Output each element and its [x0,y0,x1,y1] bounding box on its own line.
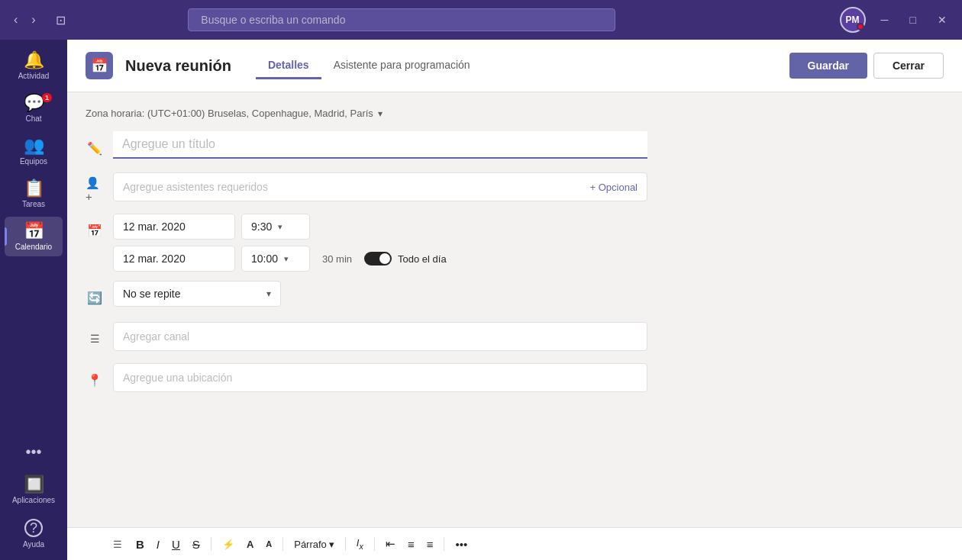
start-time-chevron-icon: ▾ [278,222,282,232]
end-date-field[interactable]: 12 mar. 2020 [113,246,235,272]
title-field [113,131,944,159]
sidebar-label-aplicaciones: Aplicaciones [12,496,55,505]
location-row: 📍 Agregue una ubicación [86,363,944,395]
meeting-tabs: Detalles Asistente para programación [256,53,483,79]
start-date-field[interactable]: 12 mar. 2020 [113,214,235,240]
allday-label: Todo el día [398,253,447,265]
chat-badge: 1 [42,93,52,102]
search-input[interactable] [188,8,615,31]
location-field-wrap: Agregue una ubicación [113,363,944,392]
sidebar-label-actividad: Actividad [18,72,50,81]
toolbar-separator-3 [345,537,346,551]
editor-toolbar: ☰ B I U S ⚡ A A Párrafo ▾ Ix ⇤ ≡ ≡ ••• [67,527,962,560]
end-datetime-row: 12 mar. 2020 10:00 ▾ 30 min Todo el día [113,246,647,272]
indent-less-button[interactable]: ⇤ [381,534,400,554]
window-close-button[interactable]: ✕ [931,11,953,29]
attendees-field-wrap: Agregue asistentes requeridos + Opcional [113,172,944,201]
tasks-icon: 📋 [24,180,44,197]
compose-button[interactable]: ⊡ [50,10,72,31]
strikethrough-button[interactable]: S [188,535,205,554]
maximize-button[interactable]: □ [904,11,922,29]
sidebar-label-chat: Chat [25,114,41,124]
calendar-date-icon: 📅 [86,215,104,246]
meeting-actions: Guardar Cerrar [789,53,944,79]
end-time-field[interactable]: 10:00 ▾ [241,246,310,272]
list-button[interactable]: ≡ [422,535,438,554]
start-time-field[interactable]: 9:30 ▾ [241,214,310,240]
paragraph-dropdown[interactable]: Párrafo ▾ [289,536,339,553]
add-person-icon: 👤+ [86,174,104,204]
timezone-label: Zona horaria: (UTC+01:00) Bruselas, Cope… [86,108,373,119]
toolbar-separator-5 [444,537,444,551]
attendees-input[interactable]: Agregue asistentes requeridos + Opcional [113,172,647,201]
sidebar-label-calendario: Calendario [15,243,52,252]
channel-field-wrap: Agregar canal [113,322,944,351]
avatar-badge [857,23,864,31]
bold-button[interactable]: B [131,535,149,554]
toolbar-separator-1 [211,537,211,551]
duration-label: 30 min [322,253,352,265]
sidebar-label-equipos: Equipos [20,157,47,166]
font-size-button[interactable]: A [242,536,258,553]
align-button[interactable]: ≡ [403,535,419,554]
sidebar-label-tareas: Tareas [22,200,45,209]
sidebar-label-ayuda: Ayuda [23,540,44,549]
sidebar-item-tareas[interactable]: 📋 Tareas [5,174,63,214]
teams-icon: 👥 [24,137,44,154]
font-color-button[interactable]: ⚡ [218,536,239,553]
sidebar-item-ayuda[interactable]: ? Ayuda [5,513,63,554]
repeat-row: 🔄 No se repite ▾ [86,281,944,313]
sidebar-item-calendario[interactable]: 📅 Calendario [5,217,63,256]
attendees-placeholder: Agregue asistentes requeridos [123,181,268,193]
edit-icon: ✏️ [86,133,104,163]
sidebar-item-actividad[interactable]: 🔔 Actividad [5,46,63,85]
activity-icon: 🔔 [24,52,44,69]
clear-format-button[interactable]: Ix [352,534,368,554]
repeat-field-wrap: No se repite ▾ [113,281,944,307]
titlebar-nav: ‹ › [9,10,40,30]
chat-icon: 💬 [24,95,44,111]
minimize-button[interactable]: ─ [875,11,895,29]
avatar[interactable]: PM [840,7,866,33]
start-datetime-row: 12 mar. 2020 9:30 ▾ [113,214,647,240]
title-input[interactable] [113,131,647,159]
optional-link[interactable]: + Opcional [589,182,638,193]
apps-icon: 🔲 [24,476,44,493]
app-layout: 🔔 Actividad 💬 1 Chat 👥 Equipos 📋 Tareas … [0,40,962,560]
allday-toggle[interactable] [364,252,392,266]
help-icon: ? [24,519,43,537]
forward-button[interactable]: › [27,10,40,30]
sidebar-item-equipos[interactable]: 👥 Equipos [5,131,63,171]
repeat-chevron-icon: ▾ [266,288,271,299]
location-input[interactable]: Agregue una ubicación [113,363,647,392]
italic-button[interactable]: I [152,535,164,554]
sidebar-item-aplicaciones[interactable]: 🔲 Aplicaciones [5,470,63,510]
repeat-dropdown[interactable]: No se repite ▾ [113,281,281,307]
more-formatting-button[interactable]: ••• [450,535,472,554]
datetime-row: 📅 12 mar. 2020 9:30 ▾ 12 mar. 2020 [86,214,944,272]
close-button[interactable]: Cerrar [873,53,944,79]
back-button[interactable]: ‹ [9,10,22,30]
toggle-thumb [379,253,390,264]
toolbar-separator-4 [374,537,375,551]
timezone-row[interactable]: Zona horaria: (UTC+01:00) Bruselas, Cope… [86,108,944,119]
underline-button[interactable]: U [167,535,185,554]
main-content: 📅 Nueva reunión Detalles Asistente para … [67,40,962,560]
channel-icon: ☰ [86,323,104,354]
save-button[interactable]: Guardar [789,53,867,79]
attendees-row: 👤+ Agregue asistentes requeridos + Opcio… [86,172,944,204]
tab-detalles[interactable]: Detalles [256,53,321,79]
more-button[interactable]: ••• [19,437,47,467]
form-area: Zona horaria: (UTC+01:00) Bruselas, Cope… [67,92,962,527]
list-icon: ☰ [113,539,122,550]
tab-asistente[interactable]: Asistente para programación [321,53,483,79]
font-small-button[interactable]: A [261,536,276,552]
title-row: ✏️ [86,131,944,163]
meeting-header: 📅 Nueva reunión Detalles Asistente para … [67,40,962,92]
paragraph-chevron-icon: ▾ [329,539,334,550]
sidebar: 🔔 Actividad 💬 1 Chat 👥 Equipos 📋 Tareas … [0,40,67,560]
titlebar: ‹ › ⊡ PM ─ □ ✕ [0,0,962,40]
sidebar-item-chat[interactable]: 💬 1 Chat [5,89,63,128]
meeting-icon: 📅 [86,52,113,79]
channel-input[interactable]: Agregar canal [113,322,647,351]
